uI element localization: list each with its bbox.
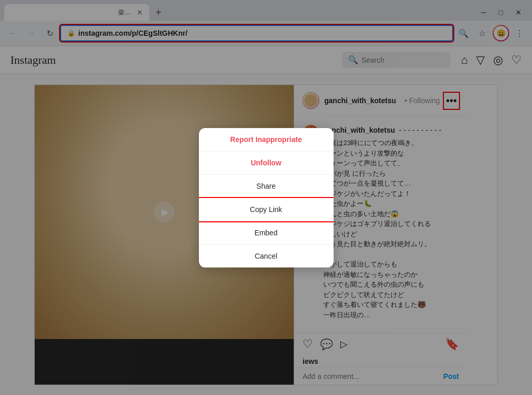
cancel-label: Cancel: [255, 252, 278, 260]
unfollow-button[interactable]: Unfollow: [199, 151, 334, 175]
post-options-modal: Report Inappropriate Unfollow Share Copy…: [199, 128, 334, 267]
report-label: Report Inappropriate: [230, 135, 301, 144]
modal-overlay[interactable]: Report Inappropriate Unfollow Share Copy…: [0, 0, 532, 395]
copy-link-label: Copy Link: [250, 205, 282, 214]
share-label: Share: [256, 182, 276, 190]
browser-window: 柴犬こてつ君 on Instagram: "- - - × ✕ + ─ □ ✕ …: [0, 0, 532, 395]
report-inappropriate-button[interactable]: Report Inappropriate: [199, 128, 334, 151]
share-button[interactable]: Share: [199, 175, 334, 198]
unfollow-label: Unfollow: [251, 159, 281, 167]
copy-link-button[interactable]: Copy Link: [199, 198, 334, 221]
cancel-button[interactable]: Cancel: [199, 245, 334, 267]
embed-label: Embed: [254, 229, 277, 237]
embed-button[interactable]: Embed: [199, 221, 334, 245]
